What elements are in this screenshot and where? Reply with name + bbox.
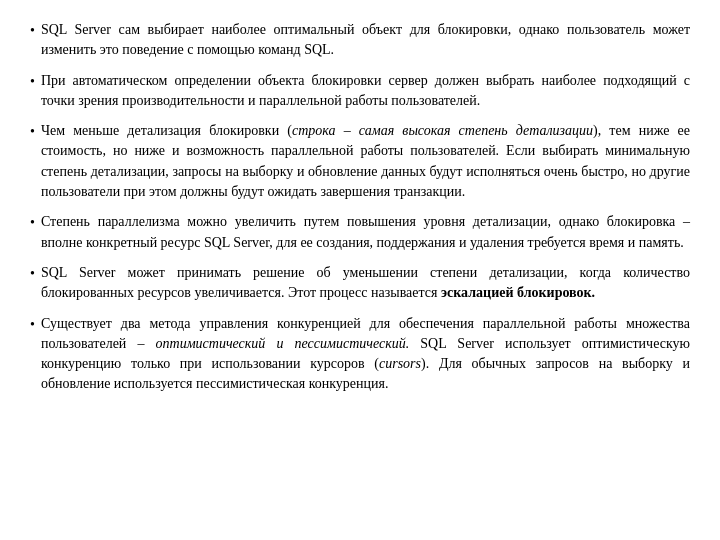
bullet-text: SQL Server сам выбирает наиболее оптимал… [41,20,690,61]
bullet-list: •SQL Server сам выбирает наиболее оптима… [30,20,690,395]
list-item: •При автоматическом определении объекта … [30,71,690,112]
list-item: •Чем меньше детализация блокировки (стро… [30,121,690,202]
list-item: •SQL Server сам выбирает наиболее оптима… [30,20,690,61]
bullet-dot: • [30,264,35,284]
bullet-text: Чем меньше детализация блокировки (строк… [41,121,690,202]
bullet-text: SQL Server может принимать решение об ум… [41,263,690,304]
bullet-dot: • [30,72,35,92]
list-item: •Существует два метода управления конкур… [30,314,690,395]
page-container: •SQL Server сам выбирает наиболее оптима… [0,0,720,540]
bullet-dot: • [30,122,35,142]
bullet-dot: • [30,213,35,233]
bullet-text: При автоматическом определении объекта б… [41,71,690,112]
list-item: •Степень параллелизма можно увеличить пу… [30,212,690,253]
bullet-text: Существует два метода управления конкуре… [41,314,690,395]
bullet-text: Степень параллелизма можно увеличить пут… [41,212,690,253]
bullet-dot: • [30,315,35,335]
bullet-dot: • [30,21,35,41]
list-item: •SQL Server может принимать решение об у… [30,263,690,304]
